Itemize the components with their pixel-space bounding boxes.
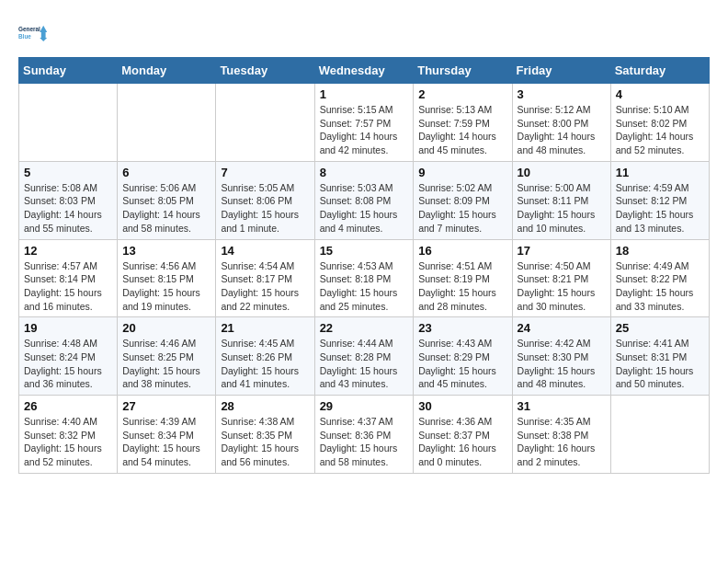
day-info: Sunrise: 4:51 AM Sunset: 8:19 PM Dayligh… xyxy=(418,259,506,314)
day-number: 17 xyxy=(518,244,606,258)
weekday-header: Friday xyxy=(512,58,610,84)
calendar-cell: 12Sunrise: 4:57 AM Sunset: 8:14 PM Dayli… xyxy=(19,239,118,317)
calendar-cell: 26Sunrise: 4:40 AM Sunset: 8:32 PM Dayli… xyxy=(19,396,118,474)
day-number: 3 xyxy=(518,87,606,101)
day-info: Sunrise: 5:02 AM Sunset: 8:09 PM Dayligh… xyxy=(418,181,506,236)
calendar-cell: 1Sunrise: 5:15 AM Sunset: 7:57 PM Daylig… xyxy=(314,84,414,162)
day-number: 6 xyxy=(122,166,210,179)
page-header: GeneralBlue xyxy=(18,18,710,48)
day-number: 16 xyxy=(418,244,506,258)
calendar-cell: 21Sunrise: 4:45 AM Sunset: 8:26 PM Dayli… xyxy=(216,317,314,396)
calendar-week-row: 12Sunrise: 4:57 AM Sunset: 8:14 PM Dayli… xyxy=(19,239,710,317)
calendar-cell: 27Sunrise: 4:39 AM Sunset: 8:34 PM Dayli… xyxy=(118,396,216,474)
calendar-cell: 24Sunrise: 4:42 AM Sunset: 8:30 PM Dayli… xyxy=(512,317,610,396)
day-number: 15 xyxy=(320,244,409,258)
day-number: 26 xyxy=(24,399,112,413)
calendar-cell: 9Sunrise: 5:02 AM Sunset: 8:09 PM Daylig… xyxy=(414,161,512,239)
day-info: Sunrise: 4:43 AM Sunset: 8:29 PM Dayligh… xyxy=(418,337,506,391)
day-number: 25 xyxy=(616,321,704,335)
weekday-header: Wednesday xyxy=(314,58,414,84)
day-number: 27 xyxy=(122,399,210,413)
calendar-table: SundayMondayTuesdayWednesdayThursdayFrid… xyxy=(18,57,710,474)
calendar-cell: 5Sunrise: 5:08 AM Sunset: 8:03 PM Daylig… xyxy=(19,161,118,239)
calendar-cell: 10Sunrise: 5:00 AM Sunset: 8:11 PM Dayli… xyxy=(512,161,610,239)
calendar-cell: 13Sunrise: 4:56 AM Sunset: 8:15 PM Dayli… xyxy=(118,239,216,317)
day-info: Sunrise: 4:44 AM Sunset: 8:28 PM Dayligh… xyxy=(320,337,409,391)
day-number: 20 xyxy=(122,321,210,335)
logo-icon: GeneralBlue xyxy=(18,18,48,48)
calendar-cell xyxy=(610,396,709,474)
day-number: 9 xyxy=(418,166,506,179)
calendar-cell: 6Sunrise: 5:06 AM Sunset: 8:05 PM Daylig… xyxy=(118,161,216,239)
day-info: Sunrise: 4:35 AM Sunset: 8:38 PM Dayligh… xyxy=(518,415,606,469)
day-number: 1 xyxy=(320,87,409,101)
day-number: 10 xyxy=(518,166,606,179)
weekday-header: Monday xyxy=(118,58,216,84)
day-info: Sunrise: 4:49 AM Sunset: 8:22 PM Dayligh… xyxy=(616,259,704,314)
calendar-cell: 30Sunrise: 4:36 AM Sunset: 8:37 PM Dayli… xyxy=(414,396,512,474)
calendar-week-row: 26Sunrise: 4:40 AM Sunset: 8:32 PM Dayli… xyxy=(19,396,710,474)
day-number: 2 xyxy=(418,87,506,101)
calendar-week-row: 19Sunrise: 4:48 AM Sunset: 8:24 PM Dayli… xyxy=(19,317,710,396)
calendar-week-row: 1Sunrise: 5:15 AM Sunset: 7:57 PM Daylig… xyxy=(19,84,710,162)
day-info: Sunrise: 5:05 AM Sunset: 8:06 PM Dayligh… xyxy=(221,181,309,236)
calendar-week-row: 5Sunrise: 5:08 AM Sunset: 8:03 PM Daylig… xyxy=(19,161,710,239)
calendar-cell: 4Sunrise: 5:10 AM Sunset: 8:02 PM Daylig… xyxy=(610,84,709,162)
calendar-cell: 17Sunrise: 4:50 AM Sunset: 8:21 PM Dayli… xyxy=(512,239,610,317)
calendar-cell: 23Sunrise: 4:43 AM Sunset: 8:29 PM Dayli… xyxy=(414,317,512,396)
calendar-cell: 29Sunrise: 4:37 AM Sunset: 8:36 PM Dayli… xyxy=(314,396,414,474)
day-info: Sunrise: 4:57 AM Sunset: 8:14 PM Dayligh… xyxy=(24,259,112,314)
calendar-cell xyxy=(118,84,216,162)
day-number: 31 xyxy=(518,399,606,413)
day-number: 30 xyxy=(418,399,506,413)
day-info: Sunrise: 5:03 AM Sunset: 8:08 PM Dayligh… xyxy=(320,181,409,236)
day-number: 24 xyxy=(518,321,606,335)
calendar-cell: 14Sunrise: 4:54 AM Sunset: 8:17 PM Dayli… xyxy=(216,239,314,317)
calendar-cell: 2Sunrise: 5:13 AM Sunset: 7:59 PM Daylig… xyxy=(414,84,512,162)
day-info: Sunrise: 4:39 AM Sunset: 8:34 PM Dayligh… xyxy=(122,415,210,469)
calendar-cell: 15Sunrise: 4:53 AM Sunset: 8:18 PM Dayli… xyxy=(314,239,414,317)
day-info: Sunrise: 4:46 AM Sunset: 8:25 PM Dayligh… xyxy=(122,337,210,391)
svg-text:Blue: Blue xyxy=(18,33,31,40)
weekday-header: Thursday xyxy=(414,58,512,84)
day-info: Sunrise: 5:08 AM Sunset: 8:03 PM Dayligh… xyxy=(24,181,112,236)
calendar-header-row: SundayMondayTuesdayWednesdayThursdayFrid… xyxy=(19,58,710,84)
day-info: Sunrise: 5:00 AM Sunset: 8:11 PM Dayligh… xyxy=(518,181,606,236)
day-number: 23 xyxy=(418,321,506,335)
day-info: Sunrise: 5:15 AM Sunset: 7:57 PM Dayligh… xyxy=(320,103,409,157)
day-number: 4 xyxy=(616,87,704,101)
day-number: 5 xyxy=(24,166,112,179)
calendar-cell: 22Sunrise: 4:44 AM Sunset: 8:28 PM Dayli… xyxy=(314,317,414,396)
day-info: Sunrise: 4:54 AM Sunset: 8:17 PM Dayligh… xyxy=(221,259,309,314)
day-info: Sunrise: 4:41 AM Sunset: 8:31 PM Dayligh… xyxy=(616,337,704,391)
day-number: 13 xyxy=(122,244,210,258)
calendar-cell: 19Sunrise: 4:48 AM Sunset: 8:24 PM Dayli… xyxy=(19,317,118,396)
weekday-header: Sunday xyxy=(19,58,118,84)
day-number: 28 xyxy=(221,399,309,413)
day-number: 12 xyxy=(24,244,112,258)
day-info: Sunrise: 4:56 AM Sunset: 8:15 PM Dayligh… xyxy=(122,259,210,314)
svg-marker-2 xyxy=(40,26,47,41)
calendar-cell xyxy=(19,84,118,162)
day-number: 7 xyxy=(221,166,309,179)
day-info: Sunrise: 4:42 AM Sunset: 8:30 PM Dayligh… xyxy=(518,337,606,391)
day-number: 22 xyxy=(320,321,409,335)
day-info: Sunrise: 4:40 AM Sunset: 8:32 PM Dayligh… xyxy=(24,415,112,469)
calendar-cell: 16Sunrise: 4:51 AM Sunset: 8:19 PM Dayli… xyxy=(414,239,512,317)
day-number: 29 xyxy=(320,399,409,413)
day-info: Sunrise: 4:45 AM Sunset: 8:26 PM Dayligh… xyxy=(221,337,309,391)
day-info: Sunrise: 4:50 AM Sunset: 8:21 PM Dayligh… xyxy=(518,259,606,314)
calendar-cell: 7Sunrise: 5:05 AM Sunset: 8:06 PM Daylig… xyxy=(216,161,314,239)
calendar-cell: 25Sunrise: 4:41 AM Sunset: 8:31 PM Dayli… xyxy=(610,317,709,396)
day-number: 21 xyxy=(221,321,309,335)
day-number: 8 xyxy=(320,166,409,179)
svg-text:General: General xyxy=(18,26,40,32)
calendar-cell: 20Sunrise: 4:46 AM Sunset: 8:25 PM Dayli… xyxy=(118,317,216,396)
weekday-header: Saturday xyxy=(610,58,709,84)
calendar-cell: 28Sunrise: 4:38 AM Sunset: 8:35 PM Dayli… xyxy=(216,396,314,474)
calendar-cell xyxy=(216,84,314,162)
day-info: Sunrise: 5:06 AM Sunset: 8:05 PM Dayligh… xyxy=(122,181,210,236)
day-info: Sunrise: 5:10 AM Sunset: 8:02 PM Dayligh… xyxy=(616,103,704,157)
calendar-cell: 31Sunrise: 4:35 AM Sunset: 8:38 PM Dayli… xyxy=(512,396,610,474)
day-info: Sunrise: 5:12 AM Sunset: 8:00 PM Dayligh… xyxy=(518,103,606,157)
